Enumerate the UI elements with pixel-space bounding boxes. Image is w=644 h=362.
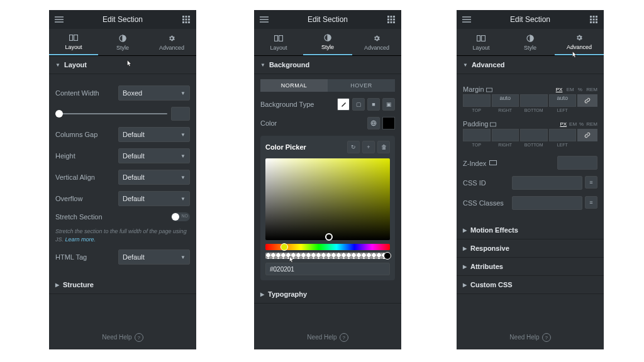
margin-right-input[interactable]: auto bbox=[492, 94, 519, 107]
css-id-input[interactable] bbox=[512, 176, 582, 190]
unit-pct[interactable]: % bbox=[578, 87, 582, 92]
subtab-normal[interactable]: NORMAL bbox=[260, 79, 328, 92]
bg-type-gradient-icon[interactable]: ▢ bbox=[352, 98, 365, 111]
svg-rect-37 bbox=[486, 88, 492, 92]
alpha-slider[interactable] bbox=[265, 253, 390, 259]
layout-controls: Content Width Boxed▼ Columns Gap Default… bbox=[49, 74, 196, 276]
svg-rect-20 bbox=[393, 21, 395, 23]
height-select[interactable]: Default▼ bbox=[118, 148, 190, 163]
bg-type-classic-icon[interactable] bbox=[337, 98, 350, 111]
saturation-value-area[interactable] bbox=[265, 158, 390, 240]
link-values-icon[interactable] bbox=[577, 129, 597, 141]
help-icon: ? bbox=[542, 333, 551, 342]
link-values-icon[interactable] bbox=[577, 94, 597, 107]
section-motion-effects[interactable]: ▶Motion Effects bbox=[457, 221, 604, 239]
picker-delete-icon[interactable]: 🗑 bbox=[377, 141, 390, 153]
tab-advanced[interactable]: Advanced bbox=[555, 29, 604, 55]
color-swatch[interactable] bbox=[382, 117, 395, 129]
apps-icon[interactable] bbox=[181, 14, 191, 25]
hex-input[interactable] bbox=[265, 263, 390, 275]
svg-rect-12 bbox=[387, 16, 389, 18]
menu-icon[interactable] bbox=[462, 14, 472, 25]
tab-layout[interactable]: Layout bbox=[457, 29, 506, 55]
chevron-down-icon: ▼ bbox=[463, 62, 468, 68]
margin-bottom-input[interactable] bbox=[520, 94, 548, 107]
svg-rect-18 bbox=[387, 21, 389, 23]
hue-slider[interactable] bbox=[265, 244, 390, 250]
padding-top-input[interactable] bbox=[463, 129, 491, 141]
unit-em[interactable]: EM bbox=[567, 87, 574, 92]
section-advanced[interactable]: ▼ Advanced bbox=[457, 56, 604, 74]
panel-layout: Edit Section Layout Style Advanced ▼ Lay… bbox=[49, 10, 196, 349]
background-type-choices: ▢ ■ ▣ bbox=[337, 98, 395, 111]
tab-style[interactable]: Style bbox=[98, 29, 147, 55]
svg-rect-30 bbox=[596, 19, 597, 21]
apps-icon[interactable] bbox=[386, 14, 396, 25]
section-responsive[interactable]: ▶Responsive bbox=[457, 239, 604, 258]
dynamic-tag-icon[interactable]: ≡ bbox=[585, 176, 597, 189]
help-icon: ? bbox=[135, 333, 143, 342]
need-help[interactable]: Need Help? bbox=[457, 326, 604, 349]
section-structure[interactable]: ▶ Structure bbox=[49, 276, 196, 294]
zindex-input[interactable] bbox=[557, 156, 597, 170]
menu-icon[interactable] bbox=[259, 14, 269, 25]
need-help[interactable]: Need Help? bbox=[254, 326, 401, 349]
section-attributes[interactable]: ▶Attributes bbox=[457, 258, 604, 276]
responsive-icon[interactable] bbox=[490, 122, 496, 127]
slider-thumb[interactable] bbox=[55, 110, 63, 118]
subtab-hover[interactable]: HOVER bbox=[328, 79, 395, 92]
content-width-select[interactable]: Boxed▼ bbox=[118, 85, 190, 101]
alpha-thumb[interactable] bbox=[384, 252, 391, 260]
color-global-icon[interactable] bbox=[367, 117, 380, 129]
svg-rect-32 bbox=[592, 21, 594, 23]
section-custom-css[interactable]: ▶Custom CSS bbox=[457, 276, 604, 294]
style-icon bbox=[525, 33, 535, 43]
vertical-align-select[interactable]: Default▼ bbox=[118, 170, 190, 185]
tab-layout[interactable]: Layout bbox=[254, 29, 303, 55]
html-tag-select[interactable]: Default▼ bbox=[118, 250, 190, 265]
gear-icon bbox=[167, 33, 177, 43]
tab-style[interactable]: Style bbox=[303, 29, 352, 55]
learn-more-link[interactable]: Learn more. bbox=[65, 236, 96, 243]
section-typography[interactable]: ▶ Typography bbox=[254, 285, 401, 304]
hue-thumb[interactable] bbox=[280, 243, 288, 251]
chevron-right-icon: ▶ bbox=[55, 282, 59, 288]
tab-style[interactable]: Style bbox=[506, 29, 555, 55]
svg-rect-34 bbox=[477, 36, 480, 41]
unit-rem[interactable]: REM bbox=[586, 87, 597, 92]
columns-gap-select[interactable]: Default▼ bbox=[118, 127, 190, 142]
section-background[interactable]: ▼ Background bbox=[254, 56, 401, 74]
bg-type-slideshow-icon[interactable]: ▣ bbox=[382, 98, 395, 111]
svg-rect-7 bbox=[185, 21, 187, 23]
picker-refresh-icon[interactable]: ↻ bbox=[347, 141, 360, 153]
tab-layout[interactable]: Layout bbox=[49, 29, 98, 55]
padding-right-input[interactable] bbox=[492, 129, 519, 141]
margin-left-input[interactable]: auto bbox=[549, 94, 577, 107]
content-width-slider[interactable] bbox=[55, 107, 190, 121]
tab-advanced[interactable]: Advanced bbox=[352, 29, 401, 55]
stretch-toggle[interactable]: NO bbox=[171, 212, 190, 221]
padding-bottom-input[interactable] bbox=[520, 129, 548, 141]
apps-icon[interactable] bbox=[589, 14, 599, 25]
bg-type-video-icon[interactable]: ■ bbox=[367, 98, 380, 111]
chevron-down-icon: ▼ bbox=[55, 62, 60, 68]
need-help[interactable]: Need Help? bbox=[49, 326, 196, 349]
margin-top-input[interactable] bbox=[463, 94, 491, 107]
responsive-icon[interactable] bbox=[486, 87, 492, 92]
svg-rect-4 bbox=[185, 19, 187, 21]
responsive-icon[interactable] bbox=[488, 158, 498, 168]
tab-advanced[interactable]: Advanced bbox=[147, 29, 196, 55]
menu-icon[interactable] bbox=[54, 14, 64, 25]
overflow-select[interactable]: Default▼ bbox=[118, 191, 190, 206]
slider-value-input[interactable] bbox=[171, 107, 190, 121]
padding-left-input[interactable] bbox=[549, 129, 577, 141]
svg-rect-0 bbox=[182, 16, 184, 18]
sv-cursor[interactable] bbox=[325, 233, 333, 241]
css-classes-input[interactable] bbox=[512, 196, 582, 210]
picker-add-icon[interactable]: + bbox=[362, 141, 375, 153]
margin-inputs: TOP autoRIGHT BOTTOM autoLEFT bbox=[463, 94, 597, 112]
dynamic-tag-icon[interactable]: ≡ bbox=[585, 196, 597, 209]
svg-rect-29 bbox=[592, 19, 594, 21]
unit-px[interactable]: PX bbox=[556, 87, 563, 92]
section-layout[interactable]: ▼ Layout bbox=[49, 56, 196, 74]
